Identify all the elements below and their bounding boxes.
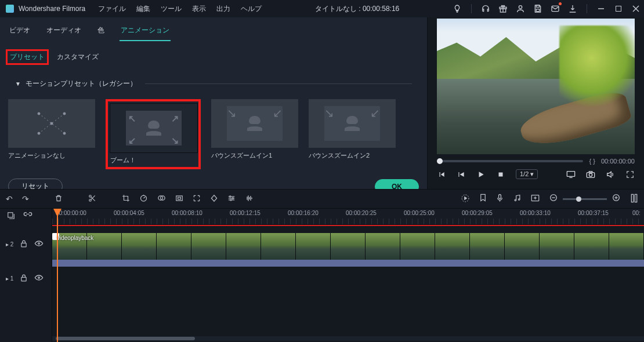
properties-panel: ビデオ オーディオ 色 アニメーション プリセット カスタマイズ ▼ モーション… <box>0 17 428 189</box>
play-icon[interactable] <box>476 170 486 179</box>
playhead[interactable] <box>57 209 58 342</box>
ruler-tick: 00:00:20:25 <box>346 210 377 216</box>
volume-icon[interactable] <box>606 170 615 179</box>
svg-point-15 <box>50 122 53 125</box>
clip-thumbnails <box>52 233 644 260</box>
timeline-tracks-area[interactable]: 00:00:00:00 00:00:04:05 00:00:08:10 00:0… <box>52 209 644 342</box>
crop-zoom-icon[interactable] <box>193 194 201 204</box>
preview-scrubber: { } 00:00:00:00 <box>428 154 644 165</box>
fullscreen-icon[interactable] <box>625 170 635 179</box>
zoom-out-icon[interactable] <box>549 193 558 205</box>
keyframe-icon[interactable] <box>210 194 218 204</box>
svg-point-14 <box>63 132 66 134</box>
menu-export[interactable]: 出力 <box>216 4 230 14</box>
window-minimize[interactable] <box>596 5 606 13</box>
delete-icon[interactable] <box>55 194 63 204</box>
split-icon[interactable] <box>88 194 96 204</box>
track-lock-icon[interactable] <box>20 240 27 249</box>
fit-timeline-icon[interactable] <box>630 194 638 205</box>
voiceover-icon[interactable] <box>496 194 504 205</box>
link-icon[interactable] <box>23 212 32 222</box>
save-icon[interactable] <box>533 4 542 13</box>
speed-icon[interactable] <box>139 194 148 204</box>
svg-point-20 <box>589 173 592 176</box>
track-visible-icon[interactable] <box>34 240 44 248</box>
undo-icon[interactable]: ↶ <box>6 194 13 203</box>
timeline-ruler[interactable]: 00:00:00:00 00:00:04:05 00:00:08:10 00:0… <box>52 209 644 225</box>
property-tabs: ビデオ オーディオ 色 アニメーション <box>0 17 427 41</box>
timeline-toolbar: ↶ ↷ <box>0 189 644 209</box>
display-settings-icon[interactable] <box>566 170 576 179</box>
tab-animation[interactable]: アニメーション <box>120 23 171 41</box>
stop-icon[interactable] <box>496 170 505 179</box>
window-maximize[interactable] <box>614 5 623 13</box>
section-motion-presets[interactable]: ▼ モーションプリセット（レガシー） <box>0 68 427 92</box>
account-icon[interactable] <box>516 4 525 13</box>
preview-quality[interactable]: 1/2 ▾ <box>516 169 538 179</box>
message-icon[interactable] <box>551 4 560 13</box>
svg-point-33 <box>232 197 233 198</box>
scrub-track[interactable] <box>437 160 583 162</box>
svg-point-13 <box>38 132 40 134</box>
preset-bouncezoom1[interactable]: ↘↙ バウンスズームイン1 <box>211 99 298 169</box>
snapshot-icon[interactable] <box>586 170 595 179</box>
audio-wave-icon[interactable] <box>245 194 254 204</box>
preset-bouncezoom2[interactable]: ↘↙ バウンスズームイン2 <box>309 99 396 169</box>
menu-file[interactable]: ファイル <box>98 4 126 14</box>
svg-point-59 <box>38 277 40 279</box>
tab-audio[interactable]: オーディオ <box>45 23 82 41</box>
ruler-tick: 00:00:25:00 <box>404 210 435 216</box>
tips-icon[interactable] <box>453 4 462 13</box>
svg-rect-3 <box>536 5 539 7</box>
svg-rect-4 <box>536 9 539 12</box>
window-close[interactable] <box>631 5 641 13</box>
tab-video[interactable]: ビデオ <box>8 23 31 41</box>
adjust-icon[interactable] <box>227 194 236 204</box>
preset-label: アニメーションなし <box>8 148 95 160</box>
project-title: タイトルなし : 00:00:58:16 <box>262 4 453 14</box>
marker-icon[interactable] <box>479 194 487 204</box>
menu-tool[interactable]: ツール <box>161 4 182 14</box>
app-logo-icon <box>6 5 14 13</box>
menu-edit[interactable]: 編集 <box>136 4 150 14</box>
ruler-tick: 00: <box>632 210 641 216</box>
svg-point-32 <box>230 195 231 197</box>
preset-none[interactable]: アニメーションなし <box>8 99 95 169</box>
track-lock-icon[interactable] <box>20 274 27 283</box>
subtab-customize[interactable]: カスタマイズ <box>57 52 99 62</box>
track-visible-icon[interactable] <box>34 274 44 282</box>
tab-color[interactable]: 色 <box>96 23 106 41</box>
zoom-in-icon[interactable] <box>612 193 621 205</box>
preview-viewport[interactable] <box>437 19 635 154</box>
download-icon[interactable] <box>568 4 577 13</box>
subtab-preset[interactable]: プリセット <box>10 53 45 61</box>
ruler-tick: 00:00:08:10 <box>172 210 202 216</box>
green-screen-icon[interactable] <box>175 194 183 204</box>
timeline-hscrollbar[interactable] <box>52 336 644 341</box>
video-clip[interactable]: videoplayback <box>52 233 644 260</box>
audio-mixer-icon[interactable] <box>513 194 522 204</box>
marker-braces: { } <box>589 158 595 165</box>
menu-help[interactable]: ヘルプ <box>241 4 262 14</box>
app-name: Wondershare Filmora <box>19 5 85 13</box>
audio-clip[interactable] <box>52 260 644 267</box>
gift-icon[interactable] <box>498 4 508 13</box>
timeline-track-headers: ▸ 2 ▸ 1 <box>0 209 52 342</box>
play-start-icon[interactable] <box>457 170 466 179</box>
crop-icon[interactable] <box>122 194 130 204</box>
color-match-icon[interactable] <box>157 194 166 204</box>
ruler-tick: 00:00:12:15 <box>230 210 261 216</box>
svg-rect-56 <box>21 243 26 247</box>
preset-boom[interactable]: ↖↗↙↘ ブーム！ <box>106 99 201 169</box>
add-media-icon[interactable] <box>531 194 540 203</box>
redo-icon[interactable]: ↷ <box>22 194 29 203</box>
prev-frame-icon[interactable] <box>437 170 446 179</box>
zoom-slider[interactable] <box>563 198 607 200</box>
preset-grid: アニメーションなし ↖↗↙↘ ブーム！ <box>0 92 427 174</box>
select-all-tracks-icon[interactable] <box>7 212 15 222</box>
preset-label: ブーム！ <box>110 152 196 165</box>
menu-view[interactable]: 表示 <box>192 4 206 14</box>
preview-controls: 1/2 ▾ <box>428 165 644 179</box>
support-icon[interactable] <box>481 4 490 13</box>
render-preview-icon[interactable] <box>461 194 470 205</box>
